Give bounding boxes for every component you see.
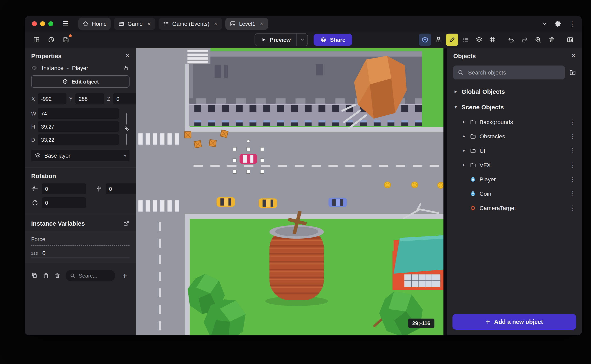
group-scene-objects[interactable]: ▾ Scene Objects	[447, 99, 582, 115]
add-new-object-button[interactable]: + Add a new object	[452, 314, 576, 330]
h-field[interactable]	[41, 124, 116, 130]
extensions-puzzle-icon[interactable]	[554, 20, 562, 27]
edit-mode-pencil-icon[interactable]	[446, 33, 458, 46]
events-sheet-icon	[163, 20, 169, 27]
folder-ui[interactable]: ▸ UI ⋮	[447, 143, 582, 158]
folder-menu-kebab-icon[interactable]: ⋮	[568, 132, 577, 140]
open-variables-external-icon[interactable]	[123, 220, 130, 227]
scene-canvas[interactable]: 29;-116	[136, 48, 444, 335]
zoom-in-icon[interactable]	[532, 33, 544, 46]
instances-list-icon[interactable]	[459, 33, 472, 46]
minimize-window-button[interactable]	[40, 21, 45, 26]
delete-icon[interactable]	[545, 33, 558, 46]
rotation-handle[interactable]	[247, 140, 250, 143]
save-icon[interactable]	[60, 33, 72, 46]
rotation-y-field[interactable]	[109, 186, 136, 192]
yellow-car-1[interactable]	[217, 197, 235, 207]
tab-game[interactable]: Game ×	[114, 18, 156, 30]
object-menu-kebab-icon[interactable]: ⋮	[568, 204, 577, 211]
add-variable-icon[interactable]: +	[120, 271, 130, 280]
object-menu-kebab-icon[interactable]: ⋮	[568, 190, 577, 197]
coin[interactable]	[412, 182, 418, 188]
preview-dropdown-button[interactable]	[297, 33, 308, 46]
d-label: D	[31, 136, 35, 143]
rotation-x-field[interactable]	[45, 186, 83, 192]
aspect-lock-chain-icon[interactable]	[123, 124, 130, 134]
close-tab-icon[interactable]: ×	[213, 21, 218, 27]
crate[interactable]	[220, 130, 228, 137]
coin[interactable]	[438, 182, 444, 188]
undo-icon[interactable]	[505, 33, 517, 46]
paste-icon[interactable]	[43, 272, 49, 279]
close-objects-icon[interactable]: ×	[569, 52, 578, 60]
group-global-objects[interactable]: ▸ Global Objects	[447, 84, 582, 99]
variable-value-row: 123 0	[31, 246, 130, 258]
coin[interactable]	[385, 182, 391, 188]
d-field[interactable]	[41, 136, 116, 143]
blue-car[interactable]	[328, 198, 347, 207]
hamburger-menu-icon[interactable]: ☰	[61, 20, 70, 27]
close-window-button[interactable]	[32, 21, 37, 26]
z-field[interactable]	[116, 96, 136, 102]
tab-home[interactable]: Home	[79, 18, 111, 30]
layer-row: Base layer ▾	[31, 150, 130, 161]
player-pink-car[interactable]	[239, 154, 257, 164]
scene-view[interactable]	[136, 48, 444, 335]
close-tab-icon[interactable]: ×	[146, 21, 151, 27]
close-tab-icon[interactable]: ×	[259, 21, 264, 27]
x-field[interactable]	[41, 96, 63, 102]
share-button[interactable]: Share	[314, 33, 352, 46]
object-label: CameraTarget	[479, 205, 516, 211]
redo-icon[interactable]	[518, 33, 531, 46]
objects-search-input[interactable]	[467, 69, 561, 76]
panel-resize-gutter[interactable]	[444, 48, 447, 335]
layers-icon	[34, 152, 41, 159]
scene-editor-settings-icon[interactable]	[564, 33, 576, 46]
variables-search-input[interactable]	[78, 272, 106, 279]
rotation-fields	[31, 183, 130, 208]
folder-backgrounds[interactable]: ▸ Backgrounds ⋮	[447, 115, 582, 129]
grid-icon[interactable]	[486, 33, 499, 46]
layers-icon[interactable]	[473, 33, 485, 46]
layout-panels-icon[interactable]	[30, 33, 43, 46]
edit-object-button[interactable]: Edit object	[31, 75, 130, 88]
folder-vfx[interactable]: ▸ VFX ⋮	[447, 158, 582, 172]
object-coin[interactable]: Coin ⋮	[447, 186, 582, 201]
3d-view-icon[interactable]	[419, 33, 431, 46]
w-field[interactable]	[41, 110, 116, 117]
crate[interactable]	[209, 140, 216, 147]
folder-menu-kebab-icon[interactable]: ⋮	[568, 147, 577, 154]
tab-level1[interactable]: Level1 ×	[226, 18, 268, 30]
yellow-car-2[interactable]	[259, 198, 277, 208]
unlock-icon[interactable]	[123, 65, 130, 71]
y-field[interactable]	[79, 96, 101, 102]
preview-button[interactable]: Preview	[254, 33, 308, 46]
teal-building[interactable]	[392, 235, 444, 290]
x-label: X	[31, 96, 35, 102]
crate[interactable]	[185, 132, 191, 138]
delete-variable-icon[interactable]	[54, 272, 61, 279]
chevron-down-icon[interactable]	[541, 20, 548, 27]
copy-icon[interactable]	[31, 272, 38, 279]
tab-game-events[interactable]: Game (Events) ×	[159, 18, 222, 30]
folder-menu-kebab-icon[interactable]: ⋮	[568, 118, 577, 125]
rotation-z-field[interactable]	[45, 200, 83, 206]
object-menu-kebab-icon[interactable]: ⋮	[568, 176, 577, 183]
history-icon[interactable]	[45, 33, 57, 46]
close-properties-icon[interactable]: ×	[123, 52, 132, 60]
object-cameratarget[interactable]: CameraTarget ⋮	[447, 201, 582, 215]
maximize-window-button[interactable]	[48, 21, 53, 26]
instances-icon[interactable]	[432, 33, 445, 46]
variable-value[interactable]: 0	[42, 250, 46, 256]
crate[interactable]	[194, 140, 202, 148]
variable-name[interactable]: Force	[31, 235, 130, 246]
add-folder-icon[interactable]	[569, 69, 576, 76]
edit-object-label: Edit object	[72, 78, 99, 84]
folder-obstacles[interactable]: ▸ Obstacles ⋮	[447, 129, 582, 143]
window-menu-kebab-icon[interactable]: ⋮	[568, 20, 576, 28]
layer-select[interactable]: Base layer ▾	[31, 150, 130, 161]
folder-menu-kebab-icon[interactable]: ⋮	[568, 161, 577, 169]
tab-label: Game	[128, 21, 143, 27]
object-player[interactable]: Player ⋮	[447, 172, 582, 186]
width-row: W	[31, 108, 119, 119]
